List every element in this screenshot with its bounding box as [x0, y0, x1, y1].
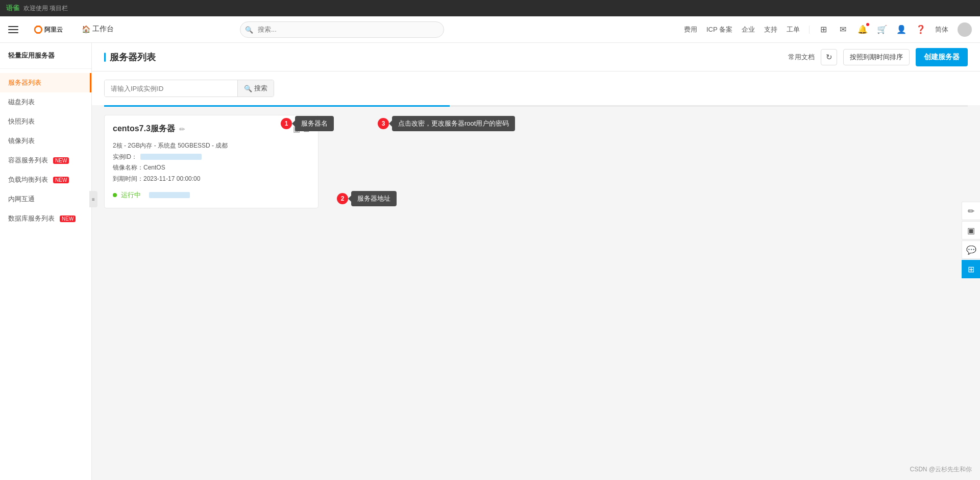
cart-icon[interactable]: 🛒 — [877, 25, 887, 35]
navbar-actions: 费用 ICP 备案 企业 支持 工单 ⊞ ✉ 🔔 🛒 👤 ❓ 简体 — [684, 22, 972, 37]
yuque-logo: 语雀 — [6, 4, 19, 13]
annotation-circle-2: 2 — [337, 193, 348, 204]
nav-lang[interactable]: 简体 — [935, 25, 948, 34]
svg-text:阿里云: 阿里云 — [44, 26, 63, 33]
search-input[interactable] — [105, 80, 237, 97]
terminal-icon[interactable]: ▣ — [293, 125, 300, 134]
sidebar-item-server-list[interactable]: 服务器列表 — [0, 73, 91, 92]
workbench-label: 工作台 — [92, 25, 114, 34]
create-server-button[interactable]: 创建服务器 — [916, 48, 968, 66]
server-spec: 2核 - 2GB内存 - 系统盘 50GBESSD - 成都 — [113, 140, 310, 152]
search-button[interactable]: 🔍 搜索 — [237, 80, 274, 97]
browser-bar: 语雀 欢迎使用 项目栏 — [0, 0, 980, 16]
sidebar-item-snapshot-list[interactable]: 快照列表 — [0, 112, 91, 131]
loadbalance-new-badge: NEW — [53, 177, 69, 183]
sidebar-item-loadbalance-list[interactable]: 负载均衡列表 NEW — [0, 170, 91, 189]
server-card: centos7.3服务器 ✏ ▣ ⊞ 2核 - 2GB内存 - 系统盘 50GB… — [104, 115, 318, 208]
sidebar-title: 轻量应用服务器 — [0, 51, 91, 69]
menu-icon[interactable] — [8, 21, 24, 38]
instance-id-masked — [140, 154, 202, 160]
bell-icon[interactable]: 🔔 — [857, 25, 868, 35]
page-header: 服务器列表 常用文档 ↻ 按照到期时间排序 创建服务器 — [92, 43, 980, 71]
right-float-panel: ✏ ▣ 💬 ⊞ — [962, 202, 980, 278]
navbar-search-container: 🔍 — [240, 21, 444, 38]
server-image: 镜像名称：CentOS — [113, 162, 310, 174]
nav-fees[interactable]: 费用 — [684, 25, 697, 34]
user-icon[interactable]: 👤 — [896, 25, 906, 35]
main-content: 服务器列表 常用文档 ↻ 按照到期时间排序 创建服务器 🔍 搜索 — [92, 43, 980, 480]
sidebar-collapse-icon[interactable]: ≡ — [89, 191, 97, 207]
annotation-3-group: 3 点击改密，更改服务器root用户的密码 — [378, 116, 515, 131]
docs-button[interactable]: 常用文档 — [788, 53, 815, 62]
nav-support[interactable]: 支持 — [764, 25, 777, 34]
container-new-badge: NEW — [53, 157, 69, 164]
float-chat-btn[interactable]: 💬 — [962, 241, 980, 259]
nav-enterprise[interactable]: 企业 — [742, 25, 755, 34]
avatar[interactable] — [958, 22, 972, 37]
sidebar-item-image-list[interactable]: 镜像列表 — [0, 131, 91, 151]
search-icon: 🔍 — [244, 85, 252, 92]
sidebar: 轻量应用服务器 服务器列表 磁盘列表 快照列表 镜像列表 容器服务列表 NEW … — [0, 43, 92, 480]
nav-icp[interactable]: ICP 备案 — [706, 25, 732, 34]
annotation-circle-3: 3 — [378, 118, 389, 129]
apps-icon[interactable]: ⊞ — [819, 25, 829, 35]
layout: 轻量应用服务器 服务器列表 磁盘列表 快照列表 镜像列表 容器服务列表 NEW … — [0, 43, 980, 480]
float-apps-btn[interactable]: ⊞ — [962, 260, 980, 278]
browser-welcome: 欢迎使用 项目栏 — [23, 4, 68, 13]
search-bar: 🔍 搜索 — [92, 71, 980, 105]
mail-icon[interactable]: ✉ — [838, 25, 848, 35]
sidebar-item-disk-list[interactable]: 磁盘列表 — [0, 92, 91, 112]
navbar: 阿里云 🏠 工作台 🔍 费用 ICP 备案 企业 支持 工单 ⊞ ✉ 🔔 🛒 👤… — [0, 16, 980, 43]
database-new-badge: NEW — [60, 215, 76, 222]
workbench-nav[interactable]: 🏠 工作台 — [76, 16, 120, 43]
server-expire: 到期时间：2023-11-17 00:00:00 — [113, 174, 310, 185]
watermark: CSDN @云杉先生和你 — [910, 465, 972, 474]
ip-masked — [149, 192, 190, 198]
notification-badge — [866, 23, 869, 26]
server-card-footer: 运行中 — [113, 190, 310, 200]
search-input-wrap: 🔍 搜索 — [104, 80, 274, 97]
instance-id-row: 实例ID： — [113, 152, 310, 163]
annotation-2-group: 2 服务器地址 — [337, 191, 397, 206]
server-card-body: 2核 - 2GB内存 - 系统盘 50GBESSD - 成都 实例ID： 镜像名… — [113, 140, 310, 184]
server-card-icons: ▣ ⊞ — [293, 125, 310, 134]
instance-label: 实例ID： — [113, 152, 137, 163]
server-name: centos7.3服务器 — [113, 124, 175, 134]
float-terminal-btn[interactable]: ▣ — [962, 221, 980, 239]
nav-workorder[interactable]: 工单 — [787, 25, 800, 34]
divider1 — [809, 26, 810, 34]
edit-icon[interactable]: ✏ — [179, 125, 185, 133]
help-icon[interactable]: ❓ — [916, 25, 926, 35]
status-dot — [113, 193, 117, 197]
sort-button[interactable]: 按照到期时间排序 — [843, 49, 910, 65]
sidebar-item-intranet[interactable]: 内网互通 ≡ — [0, 189, 91, 209]
tooltip-2: 服务器地址 — [351, 191, 397, 206]
aliyun-logo[interactable]: 阿里云 — [31, 22, 65, 37]
server-card-header: centos7.3服务器 ✏ ▣ ⊞ — [113, 124, 310, 134]
page-title: 服务器列表 — [104, 51, 156, 63]
navbar-search-icon: 🔍 — [245, 26, 253, 33]
sidebar-item-container-list[interactable]: 容器服务列表 NEW — [0, 151, 91, 170]
float-edit-btn[interactable]: ✏ — [962, 202, 980, 220]
refresh-button[interactable]: ↻ — [821, 49, 837, 65]
sidebar-item-database-list[interactable]: 数据库服务列表 NEW — [0, 209, 91, 228]
status-text: 运行中 — [121, 190, 141, 200]
navbar-search-input[interactable] — [240, 21, 444, 38]
qrcode-icon[interactable]: ⊞ — [303, 125, 310, 134]
page-header-actions: 常用文档 ↻ 按照到期时间排序 创建服务器 — [788, 48, 968, 66]
search-btn-label: 搜索 — [254, 84, 267, 93]
server-list: centos7.3服务器 ✏ ▣ ⊞ 2核 - 2GB内存 - 系统盘 50GB… — [92, 107, 980, 217]
tooltip-3: 点击改密，更改服务器root用户的密码 — [392, 116, 515, 131]
